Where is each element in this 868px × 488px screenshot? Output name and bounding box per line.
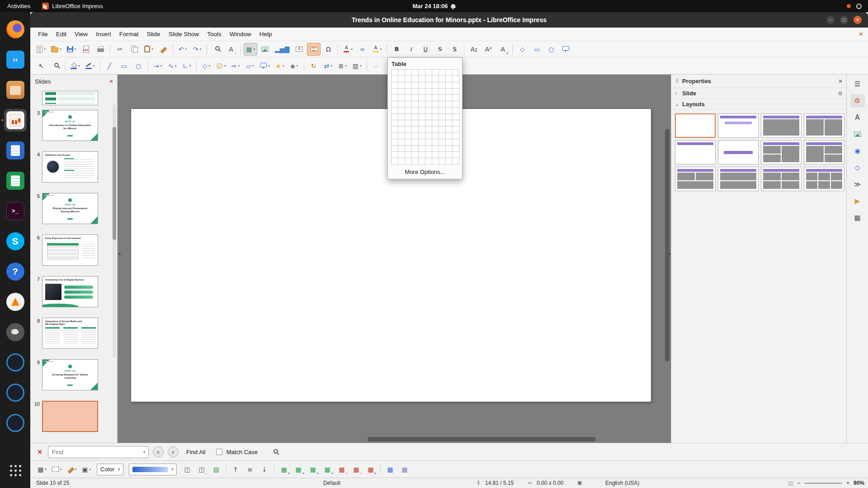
cell-gradient-select[interactable]: ▾ xyxy=(129,464,177,475)
zoom-pan-button[interactable] xyxy=(49,60,62,72)
zoom-slider[interactable] xyxy=(804,483,842,484)
table-size-cell[interactable] xyxy=(412,120,419,127)
dock-show-applications[interactable] xyxy=(4,459,27,482)
menu-slide-show[interactable]: Slide Show xyxy=(165,29,203,39)
dock-files[interactable] xyxy=(4,79,27,101)
underline-button[interactable]: U xyxy=(419,43,432,56)
table-size-cell[interactable] xyxy=(453,145,459,152)
table-size-cell[interactable] xyxy=(392,120,398,127)
subscript-button[interactable]: A₂ xyxy=(467,43,481,56)
table-size-cell[interactable] xyxy=(398,95,405,101)
optimize-size-button[interactable]: ▤ xyxy=(209,463,223,476)
close-slides-panel-button[interactable]: ✕ xyxy=(109,78,113,84)
sidebar-tab-shapes[interactable]: ◇ xyxy=(850,161,865,174)
table-size-cell[interactable] xyxy=(392,139,398,145)
insert-column-before-button[interactable]: ▦+ xyxy=(306,463,320,476)
table-size-cell[interactable] xyxy=(419,127,425,133)
table-size-cell[interactable] xyxy=(439,158,446,164)
merge-cells-button[interactable]: ◫ xyxy=(180,463,194,476)
align-objects-button[interactable]: ≣▾ xyxy=(336,60,349,72)
cut-button[interactable]: ✂ xyxy=(113,43,127,56)
table-size-cell[interactable] xyxy=(446,127,453,133)
table-size-cell[interactable] xyxy=(392,89,398,95)
table-size-cell[interactable] xyxy=(446,152,453,158)
table-size-cell[interactable] xyxy=(425,114,432,120)
center-vertically-button[interactable]: ≡ xyxy=(243,463,257,476)
table-size-cell[interactable] xyxy=(432,127,439,133)
dock-writer[interactable] xyxy=(4,139,27,162)
dock-vlc[interactable] xyxy=(4,291,27,313)
cursor-position-status[interactable]: 14.81 / 5.15 xyxy=(485,480,514,486)
layout-content-over-content[interactable] xyxy=(718,167,759,191)
sidebar-tab-navigator[interactable]: ◉ xyxy=(850,144,865,158)
slide-section-header[interactable]: › Slide ⚙ xyxy=(671,88,846,99)
table-size-cell[interactable] xyxy=(405,95,412,101)
hyperlink-button[interactable]: ∞ xyxy=(356,43,369,56)
table-size-cell[interactable] xyxy=(453,76,459,82)
table-size-cell[interactable] xyxy=(405,108,412,114)
table-size-cell[interactable] xyxy=(439,76,446,82)
table-size-cell[interactable] xyxy=(392,82,398,89)
table-size-cell[interactable] xyxy=(405,70,412,76)
menu-slide[interactable]: Slide xyxy=(143,29,165,39)
table-size-cell[interactable] xyxy=(405,76,412,82)
find-replace-button[interactable] xyxy=(210,43,223,56)
table-size-cell[interactable] xyxy=(432,145,439,152)
delete-table-button[interactable]: ▦✕ xyxy=(364,463,377,476)
table-size-cell[interactable] xyxy=(419,108,425,114)
clone-formatting-button[interactable] xyxy=(156,43,170,56)
header-footer-button[interactable] xyxy=(307,43,321,56)
delete-row-button[interactable]: ▦− xyxy=(335,463,349,476)
table-size-cell[interactable] xyxy=(432,89,439,95)
focused-app-menu[interactable]: LibreOffice Impress xyxy=(38,3,107,9)
table-size-cell[interactable] xyxy=(453,70,459,76)
match-case-checkbox[interactable] xyxy=(216,449,222,455)
table-size-cell[interactable] xyxy=(412,82,419,89)
select-table-button[interactable]: ▦ xyxy=(383,463,397,476)
slides-scrollbar[interactable] xyxy=(113,104,116,357)
table-size-cell[interactable] xyxy=(398,127,405,133)
flowchart-shapes-button[interactable]: ▱▾ xyxy=(243,60,257,72)
sidebar-tab-properties[interactable]: ⚙ xyxy=(850,94,865,108)
table-size-cell[interactable] xyxy=(392,127,398,133)
table-size-cell[interactable] xyxy=(398,152,405,158)
zoom-in-button[interactable]: + xyxy=(846,480,849,486)
table-size-cell[interactable] xyxy=(439,108,446,114)
table-size-cell[interactable] xyxy=(419,152,425,158)
table-size-cell[interactable] xyxy=(439,120,446,127)
table-size-cell[interactable] xyxy=(453,158,459,164)
dock-app-circle-3[interactable] xyxy=(4,412,27,434)
table-size-cell[interactable] xyxy=(419,89,425,95)
basic-shapes-button[interactable]: ◇▾ xyxy=(199,60,213,72)
table-size-cell[interactable] xyxy=(405,139,412,145)
close-window-button[interactable]: ✕ xyxy=(854,16,862,24)
table-size-cell[interactable] xyxy=(398,120,405,127)
table-size-cell[interactable] xyxy=(453,101,459,108)
insert-shape-button[interactable]: ◇ xyxy=(515,43,529,56)
table-size-cell[interactable] xyxy=(405,127,412,133)
table-size-cell[interactable] xyxy=(439,95,446,101)
table-size-cell[interactable] xyxy=(453,133,459,139)
fit-slide-to-window-icon[interactable]: ◫ xyxy=(788,480,793,486)
table-size-cell[interactable] xyxy=(398,70,405,76)
find-history-dropdown-arrow[interactable]: ▾ xyxy=(140,450,148,454)
table-size-cell[interactable] xyxy=(405,82,412,89)
sidebar-tab-gallery[interactable] xyxy=(850,127,865,141)
table-size-cell[interactable] xyxy=(446,139,453,145)
dock-impress[interactable] xyxy=(4,109,27,131)
close-properties-button[interactable]: ✕ xyxy=(838,78,843,84)
table-size-cell[interactable] xyxy=(446,120,453,127)
table-size-cell[interactable] xyxy=(392,76,398,82)
lines-and-arrows-button[interactable]: →▾ xyxy=(151,60,165,72)
table-size-cell[interactable] xyxy=(439,145,446,152)
activities-button[interactable]: Activities xyxy=(0,0,38,12)
dock-skype[interactable] xyxy=(4,230,27,253)
table-size-cell[interactable] xyxy=(412,70,419,76)
menu-edit[interactable]: Edit xyxy=(52,29,71,39)
table-size-cell[interactable] xyxy=(419,139,425,145)
find-next-button[interactable]: ∨ xyxy=(168,446,179,457)
insert-row-below-button[interactable]: ▦+ xyxy=(292,463,305,476)
table-size-cell[interactable] xyxy=(432,70,439,76)
layout-content-and-two-content[interactable] xyxy=(804,140,844,164)
insert-column-after-button[interactable]: ▦+ xyxy=(321,463,334,476)
